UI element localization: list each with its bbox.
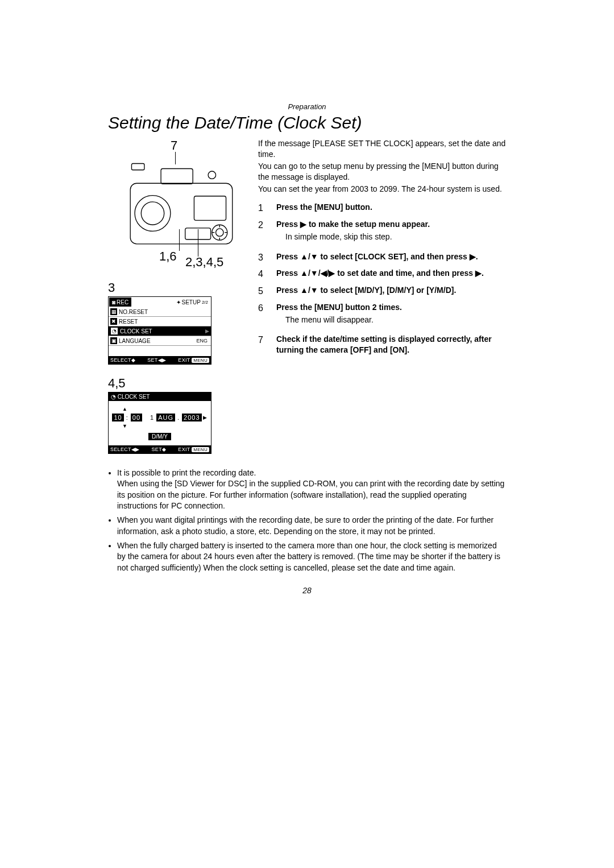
clock-set-screen: ◔ CLOCK SET ▲ 10:00 1AUG.2003 ▶ ▼ D/M/Y … [108,392,211,454]
callout-7: 7 [171,138,177,153]
page-number: 28 [108,586,506,595]
step-1: 1 Press the [MENU] button. [258,202,506,214]
date-format-value: D/M/Y [148,433,171,440]
note-2: When you want digital printings with the… [117,515,506,537]
camera-icon: ◙ [112,299,115,305]
svg-rect-1 [161,168,193,184]
note-1: It is possible to print the recording da… [117,468,506,511]
ref-label-3: 3 [108,280,244,295]
callout-1-6: 1,6 [159,249,177,264]
right-arrow-icon: ▶ [203,415,208,420]
tab-setup: ✦ SETUP 2/2 [132,297,211,307]
wrench-icon: ✦ [176,299,181,305]
svg-point-13 [208,171,215,179]
clock-icon: ◔ [110,327,118,335]
note-3: When the fully charged battery is insert… [117,540,506,573]
setup-menu-screen: ◙ REC ✦ SETUP 2/2 ▦ NO.RESET ✖ RESET [108,296,211,365]
step-3: 3 Press ▲/▼ to select [CLOCK SET], and t… [258,251,506,264]
day-value: 1 [149,414,155,421]
step-6: 6 Press the [MENU] button 2 times. The m… [258,302,506,330]
reset-icon: ✖ [110,318,117,325]
clock-footer: SELECT◀▶ SET◆ EXIT MENU [109,445,211,453]
clock-icon: ◔ [111,394,116,400]
steps-list: 1 Press the [MENU] button. 2 Press ▶ to … [258,202,506,356]
page-title: Setting the Date/Time (Clock Set) [108,113,506,133]
tab-rec: ◙ REC [109,297,132,307]
svg-rect-4 [194,196,226,221]
section-header: Preparation [108,102,506,111]
menu-footer: SELECT◆ SET◀▶ EXIT MENU [109,356,211,364]
clock-header: ◔ CLOCK SET [109,392,211,401]
svg-rect-12 [131,163,144,170]
step-7: 7 Check if the date/time setting is disp… [258,334,506,356]
step-4: 4 Press ▲/▼/◀/▶ to set date and time, an… [258,268,506,280]
year-value: 2003 [182,414,201,421]
svg-point-7 [216,229,223,236]
right-arrow-icon: ▶ [205,328,209,334]
hour-value: 10 [112,414,123,421]
step-5: 5 Press ▲/▼ to select [M/D/Y], [D/M/Y] o… [258,285,506,297]
down-arrow-icon: ▼ [122,423,127,429]
svg-point-2 [135,196,171,232]
minute-value: 00 [131,414,142,421]
intro-text: If the message [PLEASE SET THE CLOCK] ap… [258,138,506,194]
clock-values: 10:00 1AUG.2003 ▶ [112,414,207,421]
ref-label-4-5: 4,5 [108,376,244,391]
menu-language: ▣ LANGUAGE ENG [109,336,211,346]
menu-reset: ✖ RESET [109,317,211,326]
counter-icon: ▦ [110,308,117,315]
month-value: AUG [156,414,175,421]
callout-2-3-4-5: 2,3,4,5 [185,255,223,270]
bottom-notes: It is possible to print the recording da… [108,468,506,573]
camera-icon [124,161,239,257]
svg-point-3 [141,202,164,225]
step-2: 2 Press ▶ to make the setup menu appear.… [258,219,506,247]
language-icon: ▣ [110,337,117,344]
camera-diagram: 7 [114,138,239,269]
up-arrow-icon: ▲ [122,406,127,412]
menu-no-reset: ▦ NO.RESET [109,307,211,317]
menu-clock-set: ◔ CLOCK SET ▶ [109,326,211,336]
